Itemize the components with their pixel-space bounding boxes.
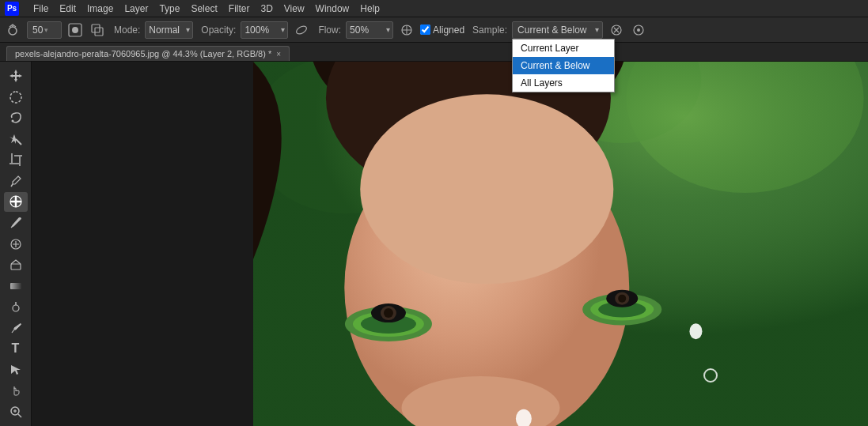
canvas-dark-area	[32, 62, 253, 426]
aligned-checkbox[interactable]	[420, 25, 430, 35]
svg-rect-22	[11, 264, 21, 270]
airbrush-icon[interactable]	[398, 21, 415, 39]
menu-window[interactable]: Window	[311, 2, 354, 16]
tool-zoom[interactable]	[4, 402, 28, 422]
tool-gradient[interactable]	[4, 276, 28, 296]
brush-angle-icon[interactable]	[293, 21, 310, 39]
menu-filter[interactable]: Filter	[224, 2, 255, 16]
close-tab-button[interactable]: ×	[276, 50, 281, 58]
app-logo: Ps	[5, 2, 19, 16]
sample-dropdown-menu: Current Layer Current & Below All Layers	[512, 39, 615, 92]
mode-label: Mode:	[114, 25, 140, 36]
sample-dropdown-container: Current & Below Current Layer Current & …	[512, 21, 603, 39]
flow-select[interactable]: 50%	[346, 21, 393, 39]
tool-path-select[interactable]	[4, 360, 28, 379]
tool-lasso[interactable]	[4, 108, 28, 128]
svg-rect-23	[10, 283, 21, 289]
menu-image[interactable]: Image	[82, 2, 118, 16]
tool-dodge[interactable]	[4, 297, 28, 317]
svg-point-11	[637, 28, 640, 32]
tool-heal[interactable]	[4, 192, 28, 212]
tool-pen[interactable]	[4, 318, 28, 337]
tool-brush[interactable]	[4, 213, 28, 233]
photo-canvas[interactable]	[253, 62, 868, 426]
menu-file[interactable]: File	[28, 2, 53, 16]
svg-point-55	[689, 323, 702, 339]
svg-line-26	[12, 330, 14, 333]
svg-point-24	[13, 305, 19, 311]
menu-items: File Edit Image Layer Type Select Filter…	[28, 2, 385, 16]
menu-view[interactable]: View	[279, 2, 309, 16]
document-tab-label: pexels-alejandro-peralta-7060965.jpg @ 4…	[15, 49, 271, 58]
flow-label: Flow:	[318, 25, 341, 36]
ignore-adjustment-icon[interactable]	[608, 21, 625, 39]
menu-edit[interactable]: Edit	[55, 2, 81, 16]
menu-type[interactable]: Type	[154, 2, 184, 16]
flow-select-wrapper: 50%	[346, 21, 393, 39]
tool-magic-wand[interactable]	[4, 130, 28, 149]
sample-select-button[interactable]: Current & Below	[512, 21, 603, 39]
menu-layer[interactable]: Layer	[119, 2, 153, 16]
sample-select-value: Current & Below	[517, 25, 586, 36]
brush-size-chevron: ▾	[44, 26, 48, 34]
sample-option-current-below[interactable]: Current & Below	[513, 57, 614, 74]
options-bar: 50 ▾ Mode: Normal Opacity: 100% Flow:	[0, 17, 868, 43]
svg-point-47	[384, 308, 393, 318]
menu-select[interactable]: Select	[186, 2, 222, 16]
opacity-select-wrapper: 100%	[241, 21, 288, 39]
opacity-select[interactable]: 100%	[241, 21, 288, 39]
mode-select[interactable]: Normal	[145, 21, 193, 39]
aligned-checkbox-label[interactable]: Aligned	[420, 25, 464, 36]
tool-clone[interactable]	[4, 234, 28, 254]
document-tab[interactable]: pexels-alejandro-peralta-7060965.jpg @ 4…	[6, 46, 290, 61]
workspace: T	[0, 62, 868, 426]
tool-eyedropper[interactable]	[4, 172, 28, 191]
svg-rect-12	[10, 92, 21, 103]
menu-bar: Ps File Edit Image Layer Type Select Fil…	[0, 0, 868, 17]
svg-line-19	[11, 184, 13, 187]
toolbar: T	[0, 62, 32, 426]
mode-select-wrapper: Normal	[145, 21, 193, 39]
brush-size-value: 50	[32, 25, 43, 36]
svg-rect-4	[95, 28, 103, 36]
tool-move[interactable]	[4, 66, 28, 86]
svg-point-13	[11, 120, 13, 123]
sample-option-all-layers[interactable]: All Layers	[513, 74, 614, 92]
svg-line-14	[16, 139, 21, 145]
sample-option-current-layer[interactable]: Current Layer	[513, 40, 614, 57]
brush-preset-icon[interactable]	[66, 21, 84, 39]
menu-help[interactable]: Help	[355, 2, 385, 16]
tool-marquee[interactable]	[4, 88, 28, 107]
tool-crop[interactable]	[4, 150, 28, 170]
canvas-area[interactable]	[32, 62, 868, 426]
svg-point-53	[618, 295, 626, 303]
svg-point-0	[9, 27, 17, 35]
svg-rect-3	[92, 25, 100, 32]
svg-point-5	[295, 25, 308, 36]
aligned-label: Aligned	[433, 25, 464, 36]
sample-label: Sample:	[472, 25, 507, 36]
tool-eraser[interactable]	[4, 255, 28, 275]
svg-line-30	[18, 414, 21, 417]
opacity-label: Opacity:	[201, 25, 236, 36]
menu-3d[interactable]: 3D	[256, 2, 277, 16]
tool-text[interactable]: T	[4, 339, 28, 359]
tool-preset-icon[interactable]	[5, 21, 22, 39]
clone-source-icon[interactable]	[89, 21, 106, 39]
svg-point-41	[360, 94, 613, 284]
brush-size-control[interactable]: 50 ▾	[27, 21, 62, 39]
svg-point-2	[72, 27, 78, 33]
tab-bar: pexels-alejandro-peralta-7060965.jpg @ 4…	[0, 43, 868, 62]
tool-hand[interactable]	[4, 381, 28, 401]
heal-options-icon[interactable]	[630, 21, 647, 39]
